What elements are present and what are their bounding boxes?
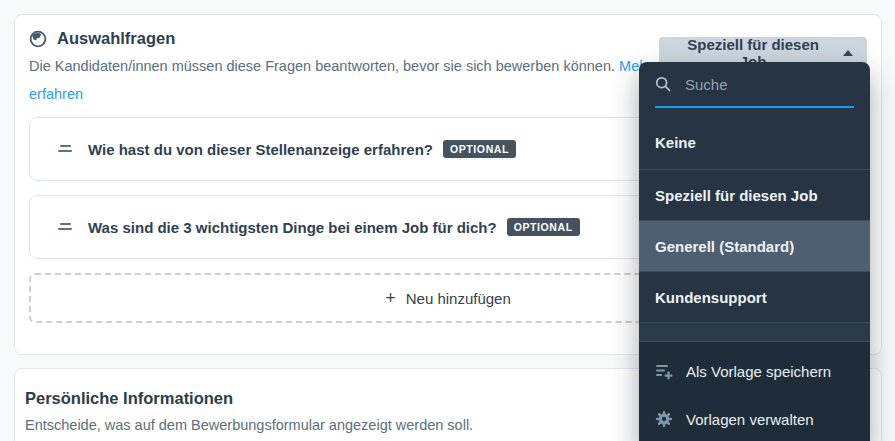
plus-icon: +: [385, 289, 396, 307]
question-text: Was sind die 3 wichtigsten Dinge bei ein…: [88, 219, 497, 236]
drag-handle-icon[interactable]: [58, 145, 74, 153]
gear-icon: [655, 410, 673, 428]
drag-handle-icon[interactable]: [58, 223, 74, 231]
menu-option-kundensupport[interactable]: Kundensupport: [639, 272, 870, 322]
menu-option-keine[interactable]: Keine: [639, 116, 870, 169]
menu-actions: Als Vorlage speichern: [639, 342, 870, 441]
menu-option-speziell[interactable]: Speziell für diesen Job: [639, 170, 870, 220]
menu-search-row: [639, 62, 870, 108]
optional-badge: OPTIONAL: [443, 140, 516, 158]
save-as-template-label: Als Vorlage speichern: [686, 363, 831, 380]
section-title: Auswahlfragen: [57, 29, 175, 48]
manage-templates-action[interactable]: Vorlagen verwalten: [639, 395, 870, 441]
save-as-template-action[interactable]: Als Vorlage speichern: [639, 347, 870, 395]
description-text: Die Kandidaten/innen müssen diese Fragen…: [29, 58, 615, 74]
template-dropdown-menu: Keine Speziell für diesen Job Generell (…: [639, 62, 870, 441]
search-icon: [655, 76, 671, 92]
add-question-label: Neu hinzufügen: [406, 290, 511, 307]
screen: Auswahlfragen Die Kandidaten/innen müsse…: [0, 0, 895, 441]
globe-icon: [29, 30, 47, 48]
menu-section-divider: [639, 322, 870, 342]
search-input[interactable]: [683, 75, 854, 94]
save-template-icon: [655, 362, 673, 380]
optional-badge: OPTIONAL: [507, 218, 580, 236]
menu-option-generell[interactable]: Generell (Standard): [639, 221, 870, 271]
manage-templates-label: Vorlagen verwalten: [686, 411, 814, 428]
section-description: Die Kandidaten/innen müssen diese Fragen…: [29, 52, 659, 108]
caret-up-icon: [843, 50, 853, 56]
question-text: Wie hast du von dieser Stellenanzeige er…: [88, 141, 433, 158]
